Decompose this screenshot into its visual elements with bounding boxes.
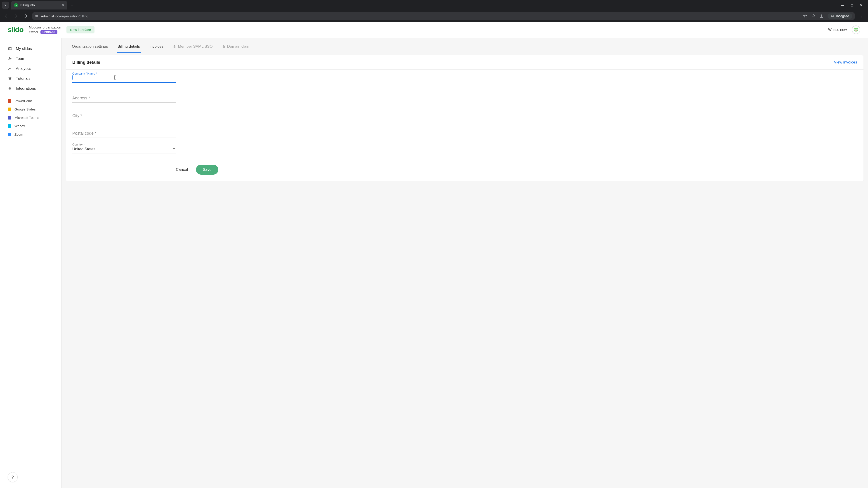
integrations-icon <box>8 87 12 91</box>
site-settings-icon[interactable] <box>35 14 38 18</box>
chevron-down-icon <box>4 4 7 6</box>
save-button[interactable]: Save <box>196 165 218 175</box>
tab-organization-settings[interactable]: Organization settings <box>71 42 109 53</box>
tab-invoices[interactable]: Invoices <box>149 42 164 53</box>
integration-zoom[interactable]: Zoom <box>0 130 61 138</box>
minimize-icon[interactable]: — <box>841 3 844 7</box>
sidebar: My slidos Team Analytics Tutorials Integ… <box>0 38 61 488</box>
maximize-icon[interactable]: ▢ <box>850 3 854 7</box>
upgrade-badge[interactable]: UPGRADE <box>40 30 57 34</box>
svg-point-2 <box>832 16 833 17</box>
close-tab-icon[interactable]: × <box>62 3 64 7</box>
url-text: admin.sli.do/organization/billing <box>41 14 88 18</box>
tutorials-icon <box>8 76 12 80</box>
sidebar-item-tutorials[interactable]: Tutorials <box>0 74 61 84</box>
svg-point-7 <box>854 28 856 30</box>
slido-logo[interactable]: slido <box>8 26 24 34</box>
tab-favicon-icon: s <box>14 3 18 7</box>
slidos-icon <box>8 47 12 51</box>
svg-rect-15 <box>223 46 224 47</box>
sidebar-label: Integrations <box>16 86 36 91</box>
svg-point-12 <box>9 58 10 59</box>
view-invoices-link[interactable]: View invoices <box>834 60 857 65</box>
integration-microsoft-teams[interactable]: Microsoft Teams <box>0 113 61 122</box>
extensions-icon[interactable] <box>811 14 815 18</box>
company-input[interactable] <box>72 74 176 83</box>
billing-card: Billing details View invoices Company / … <box>66 55 864 181</box>
sidebar-label: Tutorials <box>16 76 31 81</box>
back-button[interactable] <box>3 13 9 19</box>
browser-tab[interactable]: s Billing info × <box>11 1 67 9</box>
app-header: slido Moodjoy organization Owner UPGRADE… <box>0 22 868 38</box>
city-input[interactable]: City * <box>72 110 176 120</box>
postal-input[interactable]: Postal code * <box>72 128 176 138</box>
company-label: Company / Name * <box>72 72 97 75</box>
help-button[interactable]: ? <box>8 472 18 482</box>
svg-point-8 <box>856 28 858 30</box>
sidebar-label: Analytics <box>16 66 31 71</box>
close-window-icon[interactable]: ✕ <box>860 3 863 7</box>
card-header: Billing details View invoices <box>66 55 864 70</box>
google-slides-icon <box>8 107 11 111</box>
powerpoint-icon <box>8 99 11 103</box>
tab-strip: s Billing info × + — ▢ ✕ <box>0 0 868 10</box>
sidebar-item-integrations[interactable]: Integrations <box>0 84 61 94</box>
svg-rect-1 <box>35 16 38 17</box>
sidebar-item-my-slidos[interactable]: My slidos <box>0 44 61 54</box>
tab-domain-claim[interactable]: Domain claim <box>221 42 251 53</box>
integration-label: Microsoft Teams <box>14 116 39 120</box>
bookmark-star-icon[interactable] <box>803 14 807 18</box>
card-title: Billing details <box>72 60 100 65</box>
new-tab-button[interactable]: + <box>69 3 74 8</box>
downloads-icon[interactable] <box>819 14 824 18</box>
country-field-wrapper: Country * United States ▼ <box>72 145 231 153</box>
main-content: Organization settings Billing details In… <box>61 38 868 488</box>
url-domain: admin.sli.do <box>41 14 59 18</box>
user-avatar[interactable] <box>852 26 860 34</box>
tab-label: Domain claim <box>227 44 250 49</box>
zoom-icon <box>8 133 11 136</box>
integration-label: Webex <box>14 124 25 128</box>
browser-toolbar: admin.sli.do/organization/billing Incogn… <box>0 10 868 22</box>
company-name-field: Company / Name * <box>72 74 231 83</box>
tab-label: Member SAML SSO <box>178 44 213 49</box>
org-name: Moodjoy organization <box>29 25 61 29</box>
cancel-button[interactable]: Cancel <box>172 165 192 175</box>
help-icon: ? <box>11 475 14 480</box>
svg-point-6 <box>862 17 862 18</box>
chevron-down-icon: ▼ <box>173 147 176 151</box>
new-interface-button[interactable]: New interface <box>66 26 94 33</box>
address-input[interactable]: Address * <box>72 93 176 103</box>
country-select[interactable]: United States <box>72 145 176 153</box>
forward-button[interactable] <box>13 13 19 19</box>
tab-member-saml-sso[interactable]: Member SAML SSO <box>172 42 213 53</box>
address-bar[interactable]: admin.sli.do/organization/billing Incogn… <box>32 12 855 20</box>
arrow-left-icon <box>4 14 8 18</box>
tab-billing-details[interactable]: Billing details <box>117 42 141 53</box>
kebab-menu-icon <box>860 14 864 18</box>
sidebar-item-analytics[interactable]: Analytics <box>0 64 61 74</box>
tab-search-dropdown[interactable] <box>2 2 9 9</box>
tab-title: Billing info <box>20 3 60 7</box>
org-block: Moodjoy organization Owner UPGRADE <box>29 25 61 34</box>
postal-field-wrapper: Postal code * <box>72 128 231 138</box>
city-field-wrapper: City * <box>72 110 231 120</box>
integration-label: Zoom <box>14 132 23 136</box>
address-field-wrapper: Address * <box>72 93 231 103</box>
url-path: /organization/billing <box>59 14 88 18</box>
org-role: Owner <box>29 30 38 34</box>
incognito-indicator[interactable]: Incognito <box>828 13 852 19</box>
settings-tabs: Organization settings Billing details In… <box>66 38 864 53</box>
reload-button[interactable] <box>22 13 29 19</box>
integration-google-slides[interactable]: Google Slides <box>0 105 61 113</box>
browser-menu-button[interactable] <box>859 13 865 19</box>
sidebar-label: Team <box>16 57 25 61</box>
teams-icon <box>8 116 11 120</box>
integration-webex[interactable]: Webex <box>0 122 61 130</box>
lock-icon <box>222 45 225 48</box>
app-root: slido Moodjoy organization Owner UPGRADE… <box>0 22 868 488</box>
svg-rect-14 <box>174 46 176 47</box>
whats-new-link[interactable]: What's new <box>828 28 847 32</box>
sidebar-item-team[interactable]: Team <box>0 54 61 64</box>
integration-powerpoint[interactable]: PowerPoint <box>0 97 61 105</box>
